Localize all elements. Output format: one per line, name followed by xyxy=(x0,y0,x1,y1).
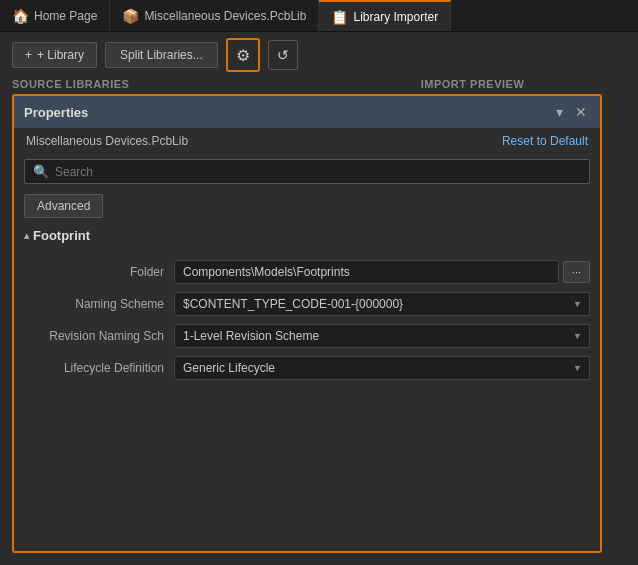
revision-naming-row: Revision Naming Sch 1-Level Revision Sch… xyxy=(24,324,590,348)
importer-icon: 📋 xyxy=(331,9,348,25)
panel-title: Properties xyxy=(24,105,88,120)
pcb-icon: 📦 xyxy=(122,8,139,24)
naming-scheme-label: Naming Scheme xyxy=(24,297,164,311)
folder-label: Folder xyxy=(24,265,164,279)
add-library-button[interactable]: + + Library xyxy=(12,42,97,68)
gear-button[interactable]: ⚙ xyxy=(226,38,260,72)
import-preview-header: IMPORT PREVIEW xyxy=(319,78,626,90)
home-icon: 🏠 xyxy=(12,8,29,24)
naming-scheme-row: Naming Scheme $CONTENT_TYPE_CODE-001-{00… xyxy=(24,292,590,316)
naming-scheme-select[interactable]: $CONTENT_TYPE_CODE-001-{000000} xyxy=(174,292,590,316)
panel-filename-row: Miscellaneous Devices.PcbLib Reset to De… xyxy=(14,128,600,154)
naming-scheme-value: $CONTENT_TYPE_CODE-001-{000000} xyxy=(174,292,590,316)
lifecycle-label: Lifecycle Definition xyxy=(24,361,164,375)
tab-importer[interactable]: 📋 Library Importer xyxy=(319,0,451,31)
lifecycle-select[interactable]: Generic Lifecycle xyxy=(174,356,590,380)
refresh-icon: ↺ xyxy=(277,47,289,63)
plus-icon: + xyxy=(25,48,32,62)
revision-naming-wrapper: 1-Level Revision Scheme xyxy=(174,324,590,348)
advanced-button[interactable]: Advanced xyxy=(24,194,103,218)
footprint-label: Footprint xyxy=(33,228,90,243)
footprint-section-label: ▴ Footprint xyxy=(14,223,600,248)
folder-input[interactable] xyxy=(174,260,559,284)
split-libraries-button[interactable]: Split Libraries... xyxy=(105,42,218,68)
source-libraries-header: SOURCE LIBRARIES xyxy=(12,78,319,90)
panel-filename-text: Miscellaneous Devices.PcbLib xyxy=(26,134,188,148)
section-headers: SOURCE LIBRARIES IMPORT PREVIEW xyxy=(0,78,638,90)
panel-controls: ▾ ✕ xyxy=(553,104,590,120)
reset-to-default-link[interactable]: Reset to Default xyxy=(502,134,588,148)
lifecycle-wrapper: Generic Lifecycle xyxy=(174,356,590,380)
refresh-button[interactable]: ↺ xyxy=(268,40,298,70)
tab-home[interactable]: 🏠 Home Page xyxy=(0,0,110,31)
tab-importer-label: Library Importer xyxy=(353,10,438,24)
search-row: 🔍 xyxy=(14,154,600,189)
tab-home-label: Home Page xyxy=(34,9,97,23)
revision-naming-label: Revision Naming Sch xyxy=(24,329,164,343)
form-rows: Folder ··· Naming Scheme $CONTENT_TYPE_C… xyxy=(14,248,600,392)
add-library-label: + Library xyxy=(37,48,84,62)
panel-pin-button[interactable]: ▾ xyxy=(553,104,566,120)
folder-browse-button[interactable]: ··· xyxy=(563,261,590,283)
lifecycle-row: Lifecycle Definition Generic Lifecycle xyxy=(24,356,590,380)
naming-scheme-wrapper: $CONTENT_TYPE_CODE-001-{000000} xyxy=(174,292,590,316)
revision-naming-value: 1-Level Revision Scheme xyxy=(174,324,590,348)
revision-naming-select[interactable]: 1-Level Revision Scheme xyxy=(174,324,590,348)
advanced-section: Advanced xyxy=(14,189,600,223)
split-libraries-label: Split Libraries... xyxy=(120,48,203,62)
folder-value: ··· xyxy=(174,260,590,284)
tab-misc-label: Miscellaneous Devices.PcbLib xyxy=(144,9,306,23)
search-box: 🔍 xyxy=(24,159,590,184)
folder-row: Folder ··· xyxy=(24,260,590,284)
search-icon: 🔍 xyxy=(33,164,49,179)
panel-close-button[interactable]: ✕ xyxy=(572,104,590,120)
lifecycle-value: Generic Lifecycle xyxy=(174,356,590,380)
main-area: Properties ▾ ✕ Miscellaneous Devices.Pcb… xyxy=(0,94,638,553)
collapse-icon[interactable]: ▴ xyxy=(24,230,29,241)
panel-titlebar: Properties ▾ ✕ xyxy=(14,96,600,128)
search-input[interactable] xyxy=(55,165,581,179)
toolbar: + + Library Split Libraries... ⚙ ↺ xyxy=(0,32,638,78)
gear-icon: ⚙ xyxy=(236,46,250,65)
tab-misc[interactable]: 📦 Miscellaneous Devices.PcbLib xyxy=(110,0,319,31)
properties-panel: Properties ▾ ✕ Miscellaneous Devices.Pcb… xyxy=(12,94,602,553)
tab-bar: 🏠 Home Page 📦 Miscellaneous Devices.PcbL… xyxy=(0,0,638,32)
